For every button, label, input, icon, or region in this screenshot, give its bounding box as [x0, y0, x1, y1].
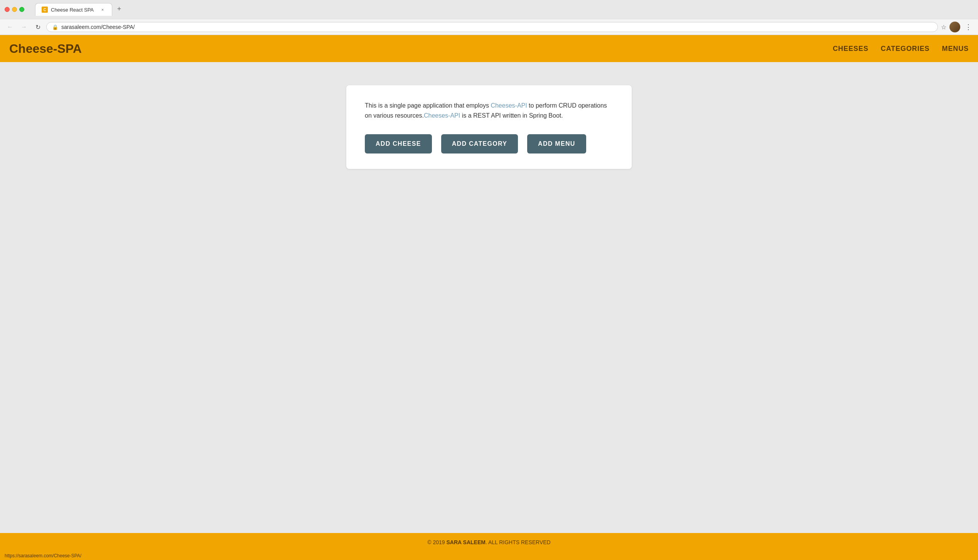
app-brand[interactable]: Cheese-SPA: [9, 42, 82, 56]
minimize-window-button[interactable]: [12, 7, 17, 12]
app-footer: © 2019 SARA SALEEM. ALL RIGHTS RESERVED: [0, 533, 978, 552]
browser-tab-active[interactable]: C Cheese React SPA ×: [35, 3, 112, 16]
traffic-lights: [5, 7, 24, 12]
app-main: This is a single page application that e…: [0, 62, 978, 533]
nav-link-categories[interactable]: CATEGORIES: [881, 45, 930, 53]
action-buttons: ADD CHEESE ADD CATEGORY ADD MENU: [365, 134, 613, 153]
tab-close-button[interactable]: ×: [99, 7, 106, 13]
description-text-1: This is a single page application that e…: [365, 102, 491, 109]
browser-menu-button[interactable]: ⋮: [963, 23, 973, 31]
browser-toolbar: ← → ↻ 🔒 sarasaleem.com/Cheese-SPA/ ☆ ⋮: [0, 19, 978, 35]
footer-author: SARA SALEEM: [447, 539, 486, 545]
add-category-button[interactable]: ADD CATEGORY: [441, 134, 518, 153]
app-nav: Cheese-SPA CHEESES CATEGORIES MENUS: [0, 35, 978, 62]
api-link-2[interactable]: Cheeses-API: [424, 112, 460, 119]
new-tab-button[interactable]: +: [114, 3, 125, 14]
nav-link-menus[interactable]: MENUS: [942, 45, 969, 53]
address-bar[interactable]: 🔒 sarasaleem.com/Cheese-SPA/: [46, 22, 938, 32]
status-bar: https://sarasaleem.com/Cheese-SPA/: [0, 552, 978, 560]
reload-button[interactable]: ↻: [32, 22, 43, 32]
forward-button[interactable]: →: [19, 22, 29, 32]
browser-titlebar: C Cheese React SPA × +: [0, 0, 978, 19]
bookmark-icon[interactable]: ☆: [941, 24, 946, 31]
browser-chrome: C Cheese React SPA × + ← → ↻ 🔒 sarasalee…: [0, 0, 978, 35]
status-url: https://sarasaleem.com/Cheese-SPA/: [5, 553, 81, 558]
close-window-button[interactable]: [5, 7, 10, 12]
footer-copyright: © 2019: [427, 539, 446, 545]
content-card: This is a single page application that e…: [346, 85, 632, 169]
back-button[interactable]: ←: [5, 22, 15, 32]
maximize-window-button[interactable]: [19, 7, 24, 12]
lock-icon: 🔒: [52, 24, 58, 30]
description-text-3: is a REST API written in Spring Boot.: [460, 112, 563, 119]
app-wrapper: Cheese-SPA CHEESES CATEGORIES MENUS This…: [0, 35, 978, 552]
api-link-1[interactable]: Cheeses-API: [491, 102, 527, 109]
tab-bar: C Cheese React SPA × +: [30, 3, 973, 16]
tab-title: Cheese React SPA: [51, 7, 96, 13]
profile-avatar[interactable]: [949, 22, 960, 32]
nav-link-cheeses[interactable]: CHEESES: [833, 45, 868, 53]
url-text: sarasaleem.com/Cheese-SPA/: [61, 24, 932, 30]
footer-rights: . ALL RIGHTS RESERVED: [486, 539, 551, 545]
add-menu-button[interactable]: ADD MENU: [527, 134, 586, 153]
card-description: This is a single page application that e…: [365, 101, 613, 120]
add-cheese-button[interactable]: ADD CHEESE: [365, 134, 432, 153]
tab-favicon: C: [42, 7, 48, 13]
nav-links: CHEESES CATEGORIES MENUS: [833, 45, 969, 53]
